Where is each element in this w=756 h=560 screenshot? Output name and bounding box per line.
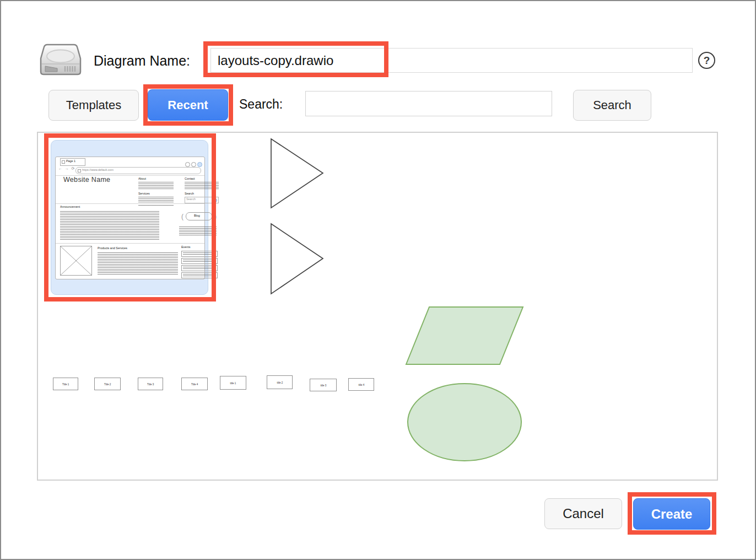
help-icon[interactable]: ? (698, 52, 715, 69)
mockup-products-heading: Products and Services (98, 246, 127, 250)
placeholder-text (138, 182, 174, 190)
mockup-browser-tab: Page 1 (60, 158, 85, 166)
event-item-box (181, 272, 218, 278)
divider (56, 243, 204, 244)
placeholder-paragraph (98, 252, 178, 276)
placeholder-text (179, 227, 217, 235)
event-item-box (181, 251, 218, 257)
image-placeholder-icon (60, 246, 92, 276)
template-title-box-7[interactable]: title 3 (310, 379, 337, 391)
mockup-site-title: Website Name (63, 176, 110, 184)
templates-tab-button[interactable]: Templates (48, 90, 139, 121)
mockup-url-text: https://www.default.com (82, 168, 114, 171)
template-triangle-2[interactable] (270, 223, 325, 295)
templates-panel: Page 1 ← → ⟳ https://www.default.com Web… (37, 132, 718, 481)
mockup-nav-icons: ← → ⟳ (58, 166, 75, 171)
mockup-search-placeholder: Search (186, 197, 196, 201)
cancel-button[interactable]: Cancel (544, 498, 622, 529)
template-title-box-8[interactable]: title 4 (348, 378, 374, 391)
diagram-name-input[interactable] (210, 48, 693, 73)
chevron-left-icon: ( (181, 213, 183, 220)
create-button[interactable]: Create (633, 498, 710, 530)
hard-disk-icon (39, 43, 83, 76)
template-triangle-1[interactable] (270, 138, 325, 209)
window-control-icon (185, 162, 190, 167)
placeholder-text (138, 197, 174, 206)
mockup-tab-label: Page 1 (66, 159, 75, 163)
divider (56, 203, 204, 204)
template-ellipse[interactable] (406, 382, 523, 462)
create-diagram-dialog: Diagram Name: ? Templates Recent Search:… (0, 0, 756, 560)
mockup-services-heading: Services (138, 192, 150, 195)
template-title-box-1[interactable]: Title 1 (53, 378, 78, 390)
mockup-events-heading: Events (181, 245, 191, 249)
mockup-search-box: Search (185, 197, 219, 203)
template-title-box-5[interactable]: title 1 (220, 376, 246, 390)
event-item-box (181, 265, 218, 271)
mockup-blog-label: Blog (194, 214, 200, 217)
search-label: Search: (239, 97, 283, 112)
event-item-box (181, 258, 218, 264)
mockup-blog-carousel: ( Blog ) (177, 212, 221, 220)
magnifier-icon (213, 198, 217, 202)
search-button[interactable]: Search (573, 90, 651, 121)
window-control-icon (197, 162, 202, 167)
mockup-browser-window: Page 1 ← → ⟳ https://www.default.com Web… (55, 157, 205, 279)
chevron-right-icon: ) (214, 213, 217, 220)
mockup-about-heading: About (138, 177, 146, 180)
mockup-announcement-heading: Announcement (60, 205, 80, 208)
mockup-search-heading: Search (185, 192, 194, 195)
template-title-box-2[interactable]: Title 2 (94, 378, 121, 390)
template-title-box-6[interactable]: title 2 (267, 375, 293, 389)
recent-tab-button[interactable]: Recent (148, 89, 228, 121)
template-title-box-4[interactable]: Title 4 (181, 378, 208, 390)
search-input[interactable] (305, 91, 552, 116)
template-title-box-3[interactable]: Title 3 (138, 378, 163, 390)
mockup-url-bar: https://www.default.com (75, 167, 201, 174)
template-thumbnail-mockup[interactable]: Page 1 ← → ⟳ https://www.default.com Web… (51, 140, 208, 295)
mockup-contact-heading: Contact (185, 177, 195, 180)
window-control-icon (191, 162, 196, 167)
placeholder-text (185, 182, 219, 190)
page-icon (62, 160, 65, 164)
template-parallelogram[interactable] (405, 306, 524, 366)
placeholder-paragraph (60, 211, 159, 240)
diagram-name-label: Diagram Name: (94, 53, 190, 69)
url-page-icon (78, 169, 81, 173)
